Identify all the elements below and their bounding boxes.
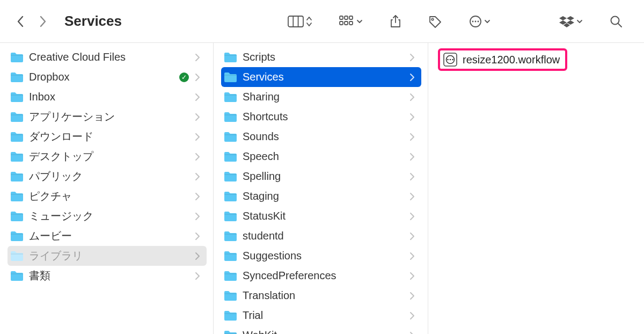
search-button[interactable] <box>606 13 626 30</box>
chevron-right-icon <box>409 53 417 62</box>
item-label: SyncedPreferences <box>243 270 404 282</box>
folder-icon <box>223 210 237 222</box>
folder-icon <box>10 91 24 103</box>
folder-icon <box>10 191 24 202</box>
svg-point-20 <box>611 16 619 24</box>
folder-icon <box>223 151 237 163</box>
column1-item[interactable]: Inbox <box>8 87 207 107</box>
chevron-right-icon <box>409 331 417 335</box>
item-label: デスクトップ <box>29 149 173 164</box>
folder-icon <box>223 91 237 103</box>
column1-item[interactable]: Dropbox✓ <box>8 67 207 87</box>
chevron-right-icon <box>409 272 417 280</box>
chevron-down-icon <box>356 18 363 25</box>
forward-button[interactable] <box>38 14 48 29</box>
item-label: Suggestions <box>243 250 404 262</box>
item-label: ピクチャ <box>29 189 173 204</box>
back-button[interactable] <box>15 14 26 29</box>
item-label: パブリック <box>29 169 173 184</box>
column1-item[interactable]: Creative Cloud Files <box>8 47 207 67</box>
chevron-right-icon <box>409 172 417 181</box>
column-2: Scripts Services Sharing Shortcuts Sound… <box>214 43 428 334</box>
column1-item[interactable]: デスクトップ <box>8 147 207 166</box>
folder-icon <box>10 210 24 222</box>
column2-item[interactable]: Services <box>221 67 421 87</box>
chevron-right-icon <box>195 53 202 62</box>
group-by-button[interactable] <box>336 13 366 30</box>
column1-item[interactable]: ダウンロード <box>8 127 207 147</box>
item-label: Sounds <box>243 130 404 143</box>
item-label: ライブラリ <box>29 249 173 263</box>
folder-icon <box>10 111 24 123</box>
column1-item[interactable]: ライブラリ <box>8 246 207 266</box>
item-label: resize1200.workflow <box>463 54 560 66</box>
up-down-icon <box>306 16 312 27</box>
column2-item[interactable]: studentd <box>221 226 421 246</box>
column2-item[interactable]: Speech <box>221 147 421 166</box>
nav-group <box>15 14 48 29</box>
chevron-right-icon <box>195 172 202 181</box>
folder-icon <box>10 52 24 63</box>
workflow-icon <box>443 53 457 67</box>
chevron-right-icon <box>409 252 417 260</box>
column-browser: Creative Cloud Files Dropbox✓ Inbox アプリケ… <box>0 43 644 334</box>
folder-icon <box>10 270 24 282</box>
column2-item[interactable]: SyncedPreferences <box>221 266 421 286</box>
folder-icon <box>223 230 237 242</box>
share-button[interactable] <box>386 12 405 31</box>
chevron-right-icon <box>195 252 202 260</box>
folder-icon <box>10 230 24 242</box>
svg-line-21 <box>618 24 621 27</box>
column2-item[interactable]: Shortcuts <box>221 107 421 127</box>
column2-item[interactable]: Scripts <box>221 47 421 67</box>
column1-item[interactable]: 書類 <box>8 266 207 286</box>
svg-rect-8 <box>349 21 353 25</box>
item-label: Sharing <box>243 91 404 103</box>
column-3: resize1200.workflow <box>428 43 644 334</box>
more-actions-button[interactable] <box>466 13 494 30</box>
column2-item[interactable]: Sounds <box>221 127 421 147</box>
view-columns-button[interactable] <box>284 13 316 30</box>
column3-item[interactable]: resize1200.workflow <box>438 48 567 71</box>
sync-status-badge: ✓ <box>179 72 189 82</box>
column1-item[interactable]: ミュージック <box>8 206 207 226</box>
svg-point-13 <box>475 20 477 22</box>
chevron-down-icon <box>576 18 583 25</box>
tags-button[interactable] <box>425 13 445 30</box>
svg-rect-5 <box>349 16 353 19</box>
folder-icon <box>10 250 24 262</box>
svg-rect-3 <box>340 16 343 19</box>
chevron-right-icon <box>409 192 417 201</box>
folder-icon <box>223 330 237 335</box>
chevron-down-icon <box>484 18 491 25</box>
window-title: Services <box>64 13 122 30</box>
svg-point-14 <box>478 20 479 22</box>
chevron-right-icon <box>195 153 202 161</box>
column2-item[interactable]: Translation <box>221 286 421 306</box>
column1-item[interactable]: アプリケーション <box>8 107 207 127</box>
column2-item[interactable]: Trial <box>221 306 421 325</box>
column2-item[interactable]: Spelling <box>221 166 421 186</box>
chevron-right-icon <box>409 93 417 101</box>
folder-icon <box>223 131 237 143</box>
folder-icon <box>223 191 237 202</box>
item-label: ムービー <box>29 229 173 243</box>
folder-icon <box>10 171 24 183</box>
svg-point-25 <box>450 59 451 61</box>
column2-item[interactable]: Suggestions <box>221 246 421 266</box>
svg-rect-0 <box>288 16 303 27</box>
item-label: Staging <box>243 190 404 202</box>
svg-rect-4 <box>345 16 348 19</box>
column2-item[interactable]: Sharing <box>221 87 421 107</box>
column2-item[interactable]: WebKit <box>221 325 421 334</box>
columns-icon <box>288 16 304 27</box>
column1-item[interactable]: ムービー <box>8 226 207 246</box>
column2-item[interactable]: Staging <box>221 186 421 206</box>
column2-item[interactable]: StatusKit <box>221 206 421 226</box>
dropbox-button[interactable] <box>556 13 586 30</box>
item-label: Inbox <box>29 91 173 103</box>
column1-item[interactable]: ピクチャ <box>8 186 207 206</box>
folder-icon <box>10 151 24 163</box>
column1-item[interactable]: パブリック <box>8 166 207 186</box>
chevron-right-icon <box>195 192 202 201</box>
